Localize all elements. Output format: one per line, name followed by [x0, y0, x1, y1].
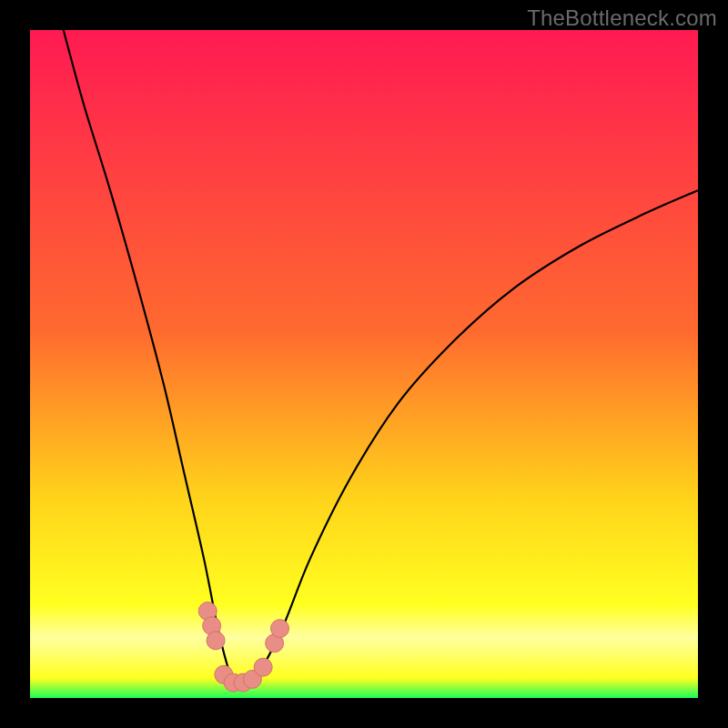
- marker-point-9: [271, 620, 289, 638]
- plot-area: [30, 30, 698, 698]
- outer-frame: TheBottleneck.com: [0, 0, 728, 728]
- bottleneck-chart: [30, 30, 698, 698]
- marker-point-7: [254, 658, 272, 676]
- marker-point-2: [207, 632, 225, 650]
- watermark-text: TheBottleneck.com: [527, 5, 717, 31]
- gradient-background: [30, 30, 698, 698]
